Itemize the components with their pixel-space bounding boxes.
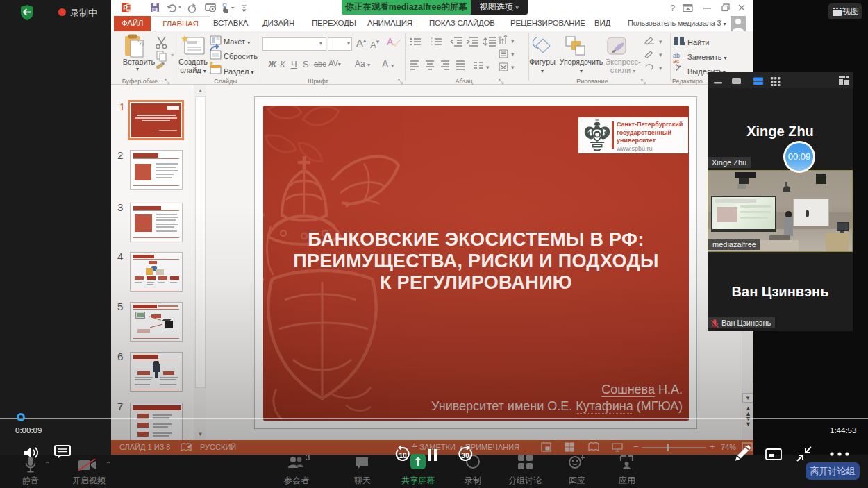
- svg-text:▾: ▾: [486, 64, 490, 71]
- svg-text:▾: ▾: [659, 51, 662, 58]
- svg-text:▾: ▾: [511, 51, 515, 58]
- svg-text:▾: ▾: [511, 37, 515, 44]
- svg-text:?: ?: [670, 3, 675, 13]
- svg-text:30: 30: [461, 452, 469, 460]
- svg-text:▾: ▾: [659, 65, 662, 71]
- svg-text:▾: ▾: [659, 38, 662, 45]
- svg-text:ac: ac: [673, 58, 680, 65]
- svg-text:P: P: [123, 4, 128, 12]
- svg-text:10: 10: [399, 452, 407, 460]
- svg-text:▾: ▾: [511, 64, 515, 71]
